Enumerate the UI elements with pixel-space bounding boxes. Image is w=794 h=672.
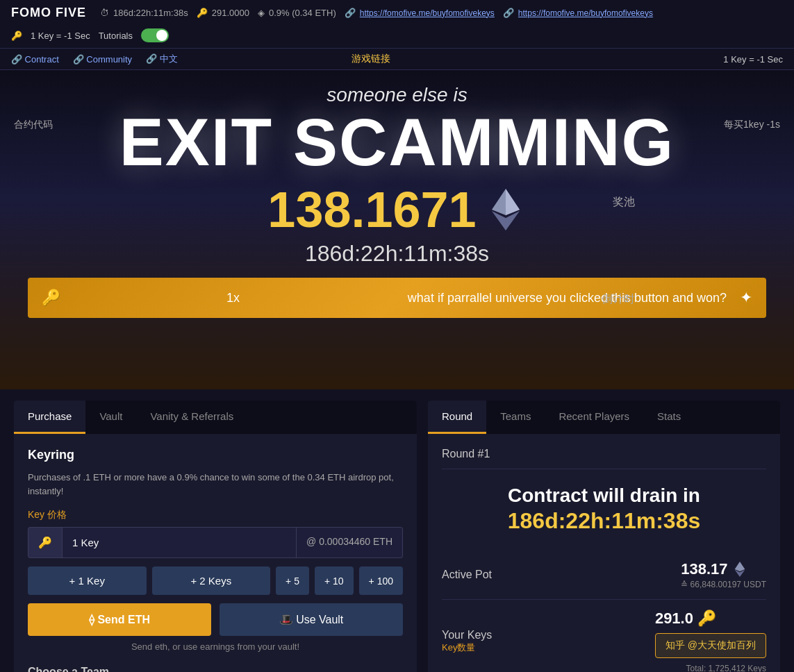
nav-airdrop: 0.9% (0.34 ETH)	[269, 8, 336, 18]
per-key-info: 每买1key -1s	[724, 119, 780, 131]
key-icon-keys: 🔑	[697, 610, 716, 628]
link2-info: 🔗 https://fomofive.me/buyfomofivekeys	[503, 8, 653, 18]
tab-vanity-referrals[interactable]: Vanity & Referrals	[136, 401, 247, 434]
key-input-icon: 🔑	[28, 527, 62, 558]
add-10-keys-button[interactable]: + 10	[315, 566, 354, 595]
tab-recent-players[interactable]: Recent Players	[545, 401, 643, 434]
active-pot-usdt: ≙ 66,848.00197 USDT	[681, 580, 766, 589]
eth-icon-pot	[732, 562, 747, 577]
your-keys-right: 291.0 🔑 知乎 @大天使加百列 Total: 1,725,412 Keys	[655, 610, 766, 672]
key-quantity-input[interactable]	[62, 527, 297, 558]
link-icon-1: 🔗	[345, 8, 356, 18]
action-buttons: ⟠ Send ETH 🎩 Use Vault	[28, 603, 403, 636]
brand-logo: FOMO FIVE	[11, 6, 86, 20]
action-hint: Send eth, or use earnings from your vaul…	[28, 641, 403, 652]
send-eth-button[interactable]: ⟠ Send ETH	[28, 603, 211, 636]
purchase-description: Purchases of .1 ETH or more have a 0.9% …	[28, 471, 403, 498]
active-pot-row: Active Pot 138.17 ≙ 66,848.00197 USDT	[442, 551, 766, 600]
key-input-row: 🔑 @ 0.00034460 ETH	[28, 527, 403, 558]
hero-subtitle: someone else is	[14, 84, 780, 106]
parallel-universe-button[interactable]: 🔑 1x what if parrallel universe you clic…	[28, 278, 766, 318]
svg-marker-2	[506, 189, 520, 215]
nav-link1[interactable]: https://fomofive.me/buyfomofivekeys	[360, 8, 495, 18]
add-100-keys-button[interactable]: + 100	[359, 566, 403, 595]
active-pot-amount: 138.17	[681, 560, 727, 578]
contract-code-label: 合约代码	[14, 119, 53, 131]
send-eth-label: Send ETH	[97, 614, 150, 625]
tab-teams[interactable]: Teams	[486, 401, 545, 434]
top-nav: FOMO FIVE ⏱ 186d:22h:11m:38s 🔑 291.0000 …	[0, 0, 794, 49]
key-icon-right: 🔑	[11, 31, 22, 41]
tab-vault[interactable]: Vault	[85, 401, 136, 434]
tutorials-toggle[interactable]	[141, 28, 169, 42]
your-keys-row: Your Keys Key数量 291.0 🔑 知乎 @大天使加百列 Total…	[442, 600, 766, 672]
key-info-text: 1 Key = -1 Sec	[31, 31, 90, 41]
nav-link2[interactable]: https://fomofive.me/buyfomofivekeys	[518, 8, 653, 18]
keys-info: 🔑 291.0000	[197, 8, 249, 18]
active-pot-value: 138.17	[681, 560, 766, 578]
contract-drain-box: Contract will drain in 186d:22h:11m:38s	[442, 483, 766, 534]
community-link[interactable]: 🔗 Community	[73, 54, 132, 65]
zhihu-banner: 知乎 @大天使加百列	[655, 633, 766, 658]
hero-amount: 138.1671	[14, 181, 780, 238]
your-keys-left: Your Keys Key数量	[442, 629, 492, 654]
svg-marker-3	[734, 562, 745, 571]
add-2-keys-button[interactable]: + 2 Keys	[152, 566, 271, 595]
your-keys-value: 291.0 🔑	[655, 610, 766, 628]
contract-drain-timer: 186d:22h:11m:38s	[442, 508, 766, 534]
add-1-key-button[interactable]: + 1 Key	[28, 566, 147, 595]
total-keys-hint: 知乎 @大天使加百列 Total: 1,725,412 Keys	[655, 633, 766, 672]
key-equation: 1 Key = -1 Sec	[723, 54, 783, 65]
tab-round[interactable]: Round	[428, 401, 486, 434]
tab-stats[interactable]: Stats	[643, 401, 695, 434]
nav-right: 🔑 1 Key = -1 Sec Tutorials	[11, 28, 169, 42]
countdown-label: 倒计时	[602, 292, 635, 307]
section-keyring: Keyring	[28, 448, 403, 462]
hero-amount-value: 138.1671	[267, 181, 476, 238]
clock-icon: ⏱	[100, 8, 109, 18]
round-title: Round #1	[442, 448, 766, 469]
hero-main-text: EXIT SCAMMING	[14, 109, 780, 176]
spark-icon: ✦	[740, 289, 752, 307]
link-icon-2: 🔗	[503, 8, 514, 18]
key-icon: 🔑	[197, 8, 208, 18]
eth-send-icon: ⟠	[89, 614, 97, 625]
game-link: 游戏链接	[351, 53, 390, 65]
left-panel: Purchase Vault Vanity & Referrals Keyrin…	[14, 401, 417, 672]
use-vault-button[interactable]: 🎩 Use Vault	[220, 603, 403, 636]
eth-logo	[485, 189, 527, 230]
airdrop-info: ◈ 0.9% (0.34 ETH)	[258, 8, 336, 18]
round-panel: Round #1 Contract will drain in 186d:22h…	[428, 434, 780, 672]
main-content: Purchase Vault Vanity & Referrals Keyrin…	[0, 389, 794, 672]
add-5-keys-button[interactable]: + 5	[276, 566, 309, 595]
chinese-link[interactable]: 🔗 中文	[146, 53, 178, 65]
hero-section: 合约代码 每买1key -1s someone else is EXIT SCA…	[0, 70, 794, 389]
left-tab-bar: Purchase Vault Vanity & Referrals	[14, 401, 417, 434]
vault-icon: 🎩	[279, 614, 296, 625]
your-keys-label: Your Keys	[442, 629, 492, 641]
key-count-label: Key数量	[442, 641, 492, 654]
diamond-icon: ◈	[258, 8, 265, 18]
second-nav: 🔗 Contract 🔗 Community 🔗 中文 游戏链接 1 Key =…	[0, 49, 794, 70]
nav-keys: 291.0000	[212, 8, 249, 18]
choose-team: Choose a Team	[28, 666, 403, 672]
link1-info: 🔗 https://fomofive.me/buyfomofivekeys	[345, 8, 495, 18]
purchase-panel: Keyring Purchases of .1 ETH or more have…	[14, 434, 417, 672]
quantity-buttons: + 1 Key + 2 Keys + 5 + 10 + 100	[28, 566, 403, 595]
total-keys-text: Total: 1,725,412 Keys	[686, 664, 766, 672]
parallel-key-icon: 🔑	[42, 289, 60, 307]
right-panel: Round Teams Recent Players Stats Round #…	[428, 401, 780, 672]
tutorials-label: Tutorials	[99, 31, 133, 41]
your-keys-amount: 291.0	[655, 610, 693, 628]
contract-link[interactable]: 🔗 Contract	[11, 54, 59, 65]
tab-purchase[interactable]: Purchase	[14, 401, 85, 434]
timer-info: ⏱ 186d:22h:11m:38s	[100, 8, 188, 18]
hero-timer: 186d:22h:11m:38s	[14, 241, 780, 267]
active-pot-right: 138.17 ≙ 66,848.00197 USDT	[681, 560, 766, 589]
prize-label: 奖池	[613, 195, 635, 210]
key-price-display: @ 0.00034460 ETH	[297, 527, 403, 558]
use-vault-label: Use Vault	[296, 614, 343, 625]
contract-drain-text: Contract will drain in	[442, 483, 766, 508]
parallel-multiplier: 1x	[69, 291, 397, 305]
key-price-label: Key 价格	[28, 509, 403, 521]
